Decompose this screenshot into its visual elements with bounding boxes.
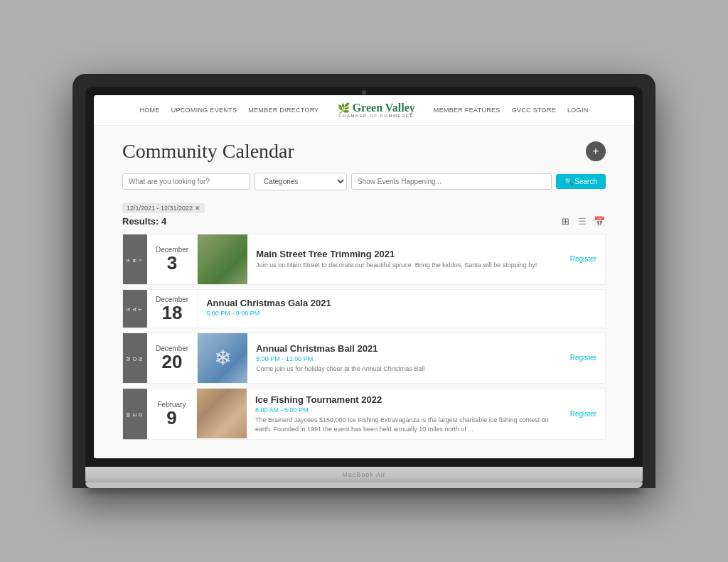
event-date-number: 20 (162, 352, 183, 371)
filter-tag: 12/1/2021 - 12/31/2022 ✕ (122, 203, 205, 213)
search-button[interactable]: 🔍 Search (556, 174, 606, 189)
category-select[interactable]: Categories (255, 173, 347, 190)
search-input[interactable] (122, 173, 250, 190)
page-header: Community Calendar + (122, 140, 606, 163)
list-view-icon[interactable]: ☰ (576, 216, 589, 226)
event-description: Join us on Main Street to decorate our b… (256, 261, 553, 270)
search-bar: Categories 🔍 Search (122, 173, 606, 190)
event-card: WED February 9 Ice Fishing Tournament 20… (122, 388, 606, 440)
event-action: Register (562, 389, 605, 439)
event-card: SAT December 18 Annual Christmas Gala 20… (122, 289, 606, 328)
date-range-input[interactable] (351, 173, 552, 190)
event-date-block: December 3 (147, 234, 198, 284)
event-date-block: December 18 (147, 290, 198, 328)
day-badge: MON (123, 333, 147, 383)
view-toggle: ⊞ ☰ 📅 (559, 216, 606, 226)
logo-text: Green Valley (353, 102, 415, 114)
event-action: Register (562, 333, 605, 383)
laptop-base: MacBook Air (85, 467, 643, 482)
calendar-view-icon[interactable]: 📅 (593, 216, 606, 226)
event-card: FRI December 3 Main Street Tree Trimming… (122, 234, 606, 285)
site-logo[interactable]: 🌿 Green Valley CHAMBER OF COMMERCE (338, 102, 415, 118)
event-image: ❄ (198, 333, 247, 383)
laptop-screen: HOME UPCOMING EVENTS MEMBER DIRECTORY 🌿 … (94, 95, 634, 458)
nav-home[interactable]: HOME (139, 107, 159, 114)
event-action: Register (562, 234, 605, 284)
event-info: Main Street Tree Trimming 2021 Join us o… (247, 234, 562, 284)
day-badge: SAT (123, 290, 147, 328)
event-date-number: 9 (166, 409, 176, 427)
site-navigation: HOME UPCOMING EVENTS MEMBER DIRECTORY 🌿 … (94, 95, 634, 126)
nav-member-directory[interactable]: MEMBER DIRECTORY (248, 107, 318, 114)
laptop-bottom (85, 482, 643, 488)
event-info: Annual Christmas Ball 2021 5:00 PM - 11:… (247, 333, 562, 383)
event-description: Come join us for holiday cheer at the An… (256, 364, 553, 374)
event-title: Annual Christmas Ball 2021 (256, 343, 553, 354)
event-time: 5:00 PM - 9:00 PM (206, 310, 596, 317)
event-time: 8:00 AM - 5:00 PM (255, 406, 553, 414)
event-title: Ice Fishing Tournament 2022 (255, 394, 553, 405)
page-title: Community Calendar (122, 140, 294, 163)
register-link[interactable]: Register (570, 255, 596, 263)
results-header: Results: 4 ⊞ ☰ 📅 (122, 216, 606, 227)
event-title: Annual Christmas Gala 2021 (206, 298, 596, 308)
laptop-shell: HOME UPCOMING EVENTS MEMBER DIRECTORY 🌿 … (73, 74, 655, 488)
register-link[interactable]: Register (570, 410, 596, 418)
nav-upcoming-events[interactable]: UPCOMING EVENTS (171, 107, 237, 114)
event-title: Main Street Tree Trimming 2021 (256, 249, 553, 259)
event-time: 5:00 PM - 11:00 PM (256, 355, 553, 362)
event-date-block: December 20 (147, 333, 198, 383)
event-card: MON December 20 ❄ Annual Christmas Ball … (122, 333, 606, 384)
grid-view-icon[interactable]: ⊞ (559, 216, 572, 226)
day-badge: WED (123, 389, 147, 439)
nav-login[interactable]: LOGIN (567, 107, 589, 114)
event-date-number: 18 (162, 303, 183, 322)
day-badge: FRI (123, 234, 147, 284)
add-event-button[interactable]: + (586, 141, 606, 161)
leaf-icon: 🌿 (338, 102, 350, 114)
nav-member-features[interactable]: MEMBER FEATURES (434, 107, 500, 114)
event-image (198, 234, 247, 284)
event-image (197, 389, 247, 438)
camera (362, 90, 366, 94)
results-count: Results: 4 (122, 216, 166, 227)
event-info: Annual Christmas Gala 2021 5:00 PM - 9:0… (198, 290, 605, 328)
logo-subtitle: CHAMBER OF COMMERCE (338, 114, 414, 118)
laptop-brand-label: MacBook Air (342, 471, 386, 478)
event-description: The Brainerd Jaycees $150,000 Ice Fishin… (255, 416, 553, 433)
event-date-number: 3 (167, 254, 177, 272)
screen-bezel: HOME UPCOMING EVENTS MEMBER DIRECTORY 🌿 … (85, 87, 643, 467)
main-content: Community Calendar + Categories 🔍 Search (94, 126, 634, 458)
register-link[interactable]: Register (570, 354, 596, 362)
event-list: FRI December 3 Main Street Tree Trimming… (122, 234, 606, 444)
event-info: Ice Fishing Tournament 2022 8:00 AM - 5:… (247, 389, 562, 439)
nav-gvcc-store[interactable]: GVCC STORE (512, 107, 556, 114)
event-date-block: February 9 (147, 389, 197, 439)
